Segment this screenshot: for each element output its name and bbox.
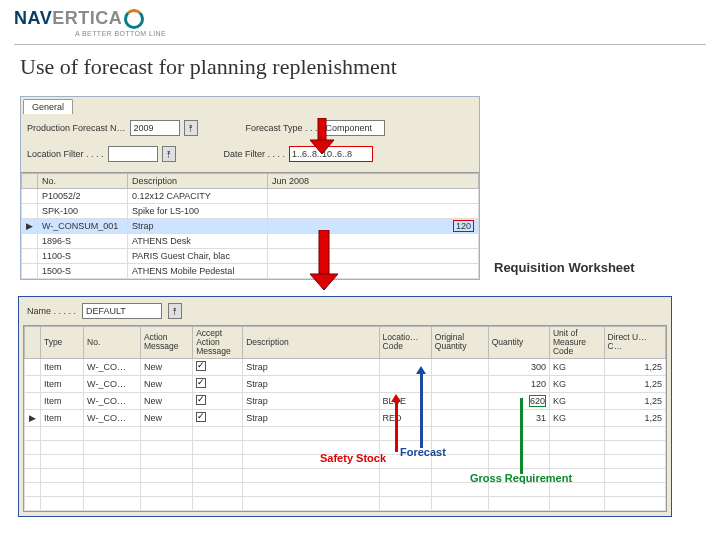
table-row[interactable]: P10052/2 0.12x12 CAPACITY: [22, 189, 479, 204]
table-row[interactable]: Item W-_CO… New Strap 300 KG 1,25: [25, 358, 666, 375]
cell-quantity[interactable]: 120: [488, 375, 549, 392]
col-no[interactable]: No.: [84, 327, 141, 359]
cell-description[interactable]: Strap: [128, 219, 268, 234]
cell-cost[interactable]: 1,25: [604, 358, 665, 375]
row-selector[interactable]: [22, 204, 38, 219]
cell-quantity[interactable]: 31: [488, 409, 549, 426]
row-selector[interactable]: [22, 264, 38, 279]
table-row[interactable]: Item W-_CO… New Strap BLUE 620 KG 1,25: [25, 392, 666, 409]
table-row[interactable]: 1100-S PARIS Guest Chair, blac: [22, 249, 479, 264]
table-row[interactable]: ▶ W-_CONSUM_001 Strap 120: [22, 219, 479, 234]
col-uom[interactable]: Unit of Measure Code: [549, 327, 604, 359]
cell-orig-qty[interactable]: [431, 392, 488, 409]
cell-action[interactable]: New: [140, 409, 192, 426]
col-quantity[interactable]: Quantity: [488, 327, 549, 359]
cell-no[interactable]: W-_CONSUM_001: [38, 219, 128, 234]
cell-no[interactable]: W-_CO…: [84, 392, 141, 409]
cell-type[interactable]: Item: [40, 375, 83, 392]
cell-location[interactable]: BLUE: [379, 392, 431, 409]
cell-no[interactable]: W-_CO…: [84, 409, 141, 426]
row-selector[interactable]: [22, 249, 38, 264]
cell-cost[interactable]: 1,25: [604, 409, 665, 426]
cell-no[interactable]: 1100-S: [38, 249, 128, 264]
col-no[interactable]: No.: [38, 174, 128, 189]
prod-forecast-picker[interactable]: ⭱: [184, 120, 198, 136]
row-selector[interactable]: [22, 234, 38, 249]
checkbox-icon[interactable]: [196, 361, 206, 371]
cell-description[interactable]: ATHENS Mobile Pedestal: [128, 264, 268, 279]
cell-value[interactable]: [268, 189, 479, 204]
cell-uom[interactable]: KG: [549, 409, 604, 426]
cell-no[interactable]: 1500-S: [38, 264, 128, 279]
row-selector[interactable]: ▶: [25, 409, 41, 426]
cell-orig-qty[interactable]: [431, 409, 488, 426]
table-row[interactable]: 1896-S ATHENS Desk: [22, 234, 479, 249]
col-description[interactable]: Description: [128, 174, 268, 189]
cell-quantity[interactable]: 620: [488, 392, 549, 409]
cell-accept[interactable]: [193, 375, 243, 392]
cell-description[interactable]: 0.12x12 CAPACITY: [128, 189, 268, 204]
col-description[interactable]: Description: [243, 327, 379, 359]
cell-value[interactable]: [268, 204, 479, 219]
row-selector[interactable]: [25, 375, 41, 392]
checkbox-icon[interactable]: [196, 412, 206, 422]
cell-no[interactable]: 1896-S: [38, 234, 128, 249]
col-original-qty[interactable]: Original Quantity: [431, 327, 488, 359]
cell-type[interactable]: Item: [40, 358, 83, 375]
checkbox-icon[interactable]: [196, 395, 206, 405]
cell-location[interactable]: RED: [379, 409, 431, 426]
cell-description[interactable]: Strap: [243, 358, 379, 375]
table-row[interactable]: 1500-S ATHENS Mobile Pedestal: [22, 264, 479, 279]
cell-value[interactable]: [268, 234, 479, 249]
cell-cost[interactable]: 1,25: [604, 375, 665, 392]
row-selector[interactable]: [25, 358, 41, 375]
row-selector[interactable]: ▶: [22, 219, 38, 234]
cell-description[interactable]: Spike for LS-100: [128, 204, 268, 219]
prod-forecast-field[interactable]: 2009: [130, 120, 180, 136]
location-picker[interactable]: ⭱: [162, 146, 176, 162]
name-picker[interactable]: ⭱: [168, 303, 182, 319]
row-selector[interactable]: [22, 189, 38, 204]
name-field[interactable]: DEFAULT: [82, 303, 162, 319]
cell-description[interactable]: Strap: [243, 375, 379, 392]
cell-orig-qty[interactable]: [431, 358, 488, 375]
col-location[interactable]: Locatio… Code: [379, 327, 431, 359]
cell-description[interactable]: ATHENS Desk: [128, 234, 268, 249]
cell-value[interactable]: [268, 264, 479, 279]
col-type[interactable]: Type: [40, 327, 83, 359]
location-field[interactable]: [108, 146, 158, 162]
checkbox-icon[interactable]: [196, 378, 206, 388]
cell-action[interactable]: New: [140, 375, 192, 392]
col-accept-action[interactable]: Accept Action Message: [193, 327, 243, 359]
cell-accept[interactable]: [193, 358, 243, 375]
cell-uom[interactable]: KG: [549, 375, 604, 392]
cell-action[interactable]: New: [140, 358, 192, 375]
cell-no[interactable]: W-_CO…: [84, 375, 141, 392]
cell-type[interactable]: Item: [40, 409, 83, 426]
cell-uom[interactable]: KG: [549, 358, 604, 375]
cell-location[interactable]: [379, 375, 431, 392]
col-date[interactable]: Jun 2008: [268, 174, 479, 189]
table-row[interactable]: SPK-100 Spike for LS-100: [22, 204, 479, 219]
cell-cost[interactable]: 1,25: [604, 392, 665, 409]
cell-value[interactable]: [268, 249, 479, 264]
cell-orig-qty[interactable]: [431, 375, 488, 392]
cell-no[interactable]: P10052/2: [38, 189, 128, 204]
row-selector[interactable]: [25, 392, 41, 409]
cell-action[interactable]: New: [140, 392, 192, 409]
col-direct-cost[interactable]: Direct U… C…: [604, 327, 665, 359]
cell-no[interactable]: W-_CO…: [84, 358, 141, 375]
cell-description[interactable]: PARIS Guest Chair, blac: [128, 249, 268, 264]
cell-description[interactable]: Strap: [243, 409, 379, 426]
cell-description[interactable]: Strap: [243, 392, 379, 409]
cell-value[interactable]: 120: [268, 219, 479, 234]
col-action-message[interactable]: Action Message: [140, 327, 192, 359]
tab-general[interactable]: General: [23, 99, 73, 114]
cell-accept[interactable]: [193, 392, 243, 409]
cell-type[interactable]: Item: [40, 392, 83, 409]
table-row[interactable]: Item W-_CO… New Strap 120 KG 1,25: [25, 375, 666, 392]
cell-no[interactable]: SPK-100: [38, 204, 128, 219]
table-row[interactable]: ▶ Item W-_CO… New Strap RED 31 KG 1,25: [25, 409, 666, 426]
cell-accept[interactable]: [193, 409, 243, 426]
cell-uom[interactable]: KG: [549, 392, 604, 409]
